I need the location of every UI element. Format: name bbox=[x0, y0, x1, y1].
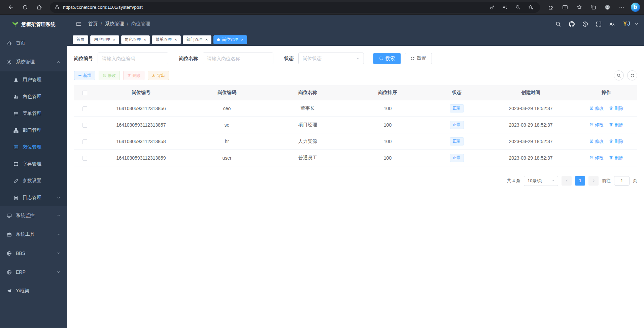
search-button[interactable]: 搜索 bbox=[373, 53, 401, 64]
browser-home-icon[interactable] bbox=[32, 1, 46, 13]
header-search-icon[interactable] bbox=[552, 18, 564, 30]
tab-post[interactable]: 岗位管理× bbox=[213, 35, 247, 44]
row-edit-link[interactable]: 修改 bbox=[589, 138, 604, 144]
sidebar-item-role[interactable]: 角色管理 bbox=[0, 88, 67, 105]
row-edit-link[interactable]: 修改 bbox=[589, 155, 604, 161]
url-text[interactable]: https://ccnetcore.com:1101/system/post bbox=[63, 5, 484, 10]
page-size-select[interactable]: 10条/页 bbox=[524, 176, 558, 186]
sidebar-toggle-icon[interactable] bbox=[73, 18, 85, 30]
edit-button[interactable]: 修改 bbox=[99, 71, 120, 80]
breadcrumb-item[interactable]: 系统管理 bbox=[105, 21, 124, 27]
help-icon[interactable] bbox=[579, 18, 591, 30]
collections-icon[interactable] bbox=[586, 1, 600, 13]
delete-button[interactable]: 删除 bbox=[123, 71, 144, 80]
tab-close-icon[interactable]: × bbox=[144, 37, 146, 42]
refresh-table-button[interactable] bbox=[627, 70, 637, 80]
row-checkbox[interactable] bbox=[82, 156, 87, 161]
breadcrumb-item[interactable]: 首页 bbox=[88, 21, 98, 27]
sidebar-item-user[interactable]: 用户管理 bbox=[0, 71, 67, 88]
password-key-icon[interactable] bbox=[487, 3, 497, 12]
sidebar-item-label: 首页 bbox=[16, 40, 25, 46]
row-edit-link[interactable]: 修改 bbox=[589, 122, 604, 128]
reset-button[interactable]: 重置 bbox=[405, 53, 432, 64]
user-avatar[interactable]: YJ bbox=[621, 19, 633, 29]
cell-post-sort: 100 bbox=[348, 100, 427, 117]
goto-page-input[interactable] bbox=[614, 176, 630, 186]
add-favorite-icon[interactable] bbox=[526, 3, 535, 12]
post-code-input[interactable] bbox=[98, 53, 168, 64]
sidebar-item-label: 日志管理 bbox=[23, 195, 41, 201]
breadcrumb-separator: / bbox=[127, 21, 128, 27]
table-row[interactable]: 1641030593112313859user普通员工100正常2023-03-… bbox=[74, 150, 637, 166]
row-delete-link[interactable]: 删除 bbox=[609, 105, 623, 111]
sidebar-item-yi[interactable]: Yi框架 bbox=[0, 282, 67, 300]
row-checkbox[interactable] bbox=[82, 123, 87, 128]
tab-label: 部门管理 bbox=[187, 37, 203, 42]
sidebar-item-log[interactable]: 日志管理 bbox=[0, 189, 67, 206]
tab-close-icon[interactable]: × bbox=[174, 37, 177, 42]
sidebar-item-bbs[interactable]: BBS bbox=[0, 244, 67, 263]
sidebar-item-dept[interactable]: 部门管理 bbox=[0, 122, 67, 139]
browser-menu-icon[interactable] bbox=[615, 1, 628, 13]
row-edit-link[interactable]: 修改 bbox=[589, 105, 604, 111]
extensions-icon[interactable] bbox=[544, 1, 557, 13]
download-icon bbox=[152, 74, 156, 77]
address-bar[interactable]: https://ccnetcore.com:1101/system/post bbox=[50, 2, 540, 13]
add-button[interactable]: 新增 bbox=[74, 71, 95, 80]
row-checkbox[interactable] bbox=[82, 106, 87, 111]
sidebar-item-erp[interactable]: ERP bbox=[0, 263, 67, 282]
row-delete-link[interactable]: 删除 bbox=[609, 155, 623, 161]
column-header: 岗位排序 bbox=[348, 85, 427, 100]
search-icon bbox=[379, 56, 383, 61]
back-icon[interactable] bbox=[4, 1, 18, 13]
favorites-icon[interactable] bbox=[572, 1, 586, 13]
sidebar-item-home[interactable]: 首页 bbox=[0, 34, 67, 53]
prev-page-button[interactable] bbox=[562, 176, 572, 186]
next-page-button[interactable] bbox=[588, 176, 599, 186]
sidebar-item-param[interactable]: 参数设置 bbox=[0, 172, 67, 189]
read-aloud-icon[interactable] bbox=[500, 3, 510, 12]
tab-close-icon[interactable]: × bbox=[113, 37, 115, 42]
tab-role[interactable]: 角色管理× bbox=[121, 35, 150, 44]
browser-refresh-icon[interactable] bbox=[18, 1, 32, 13]
bing-copilot-icon[interactable]: b bbox=[631, 3, 640, 12]
tab-menu[interactable]: 菜单管理× bbox=[152, 35, 181, 44]
fullscreen-icon[interactable] bbox=[593, 18, 604, 30]
user-menu-caret-icon[interactable] bbox=[635, 22, 639, 26]
status-select[interactable]: 岗位状态 bbox=[298, 53, 364, 64]
sidebar-item-menu[interactable]: 菜单管理 bbox=[0, 105, 67, 122]
browser-profile-icon[interactable] bbox=[601, 1, 614, 13]
sidebar-item-tools[interactable]: 系统工具 bbox=[0, 225, 67, 244]
sidebar-item-system[interactable]: 系统管理 bbox=[0, 53, 67, 71]
select-all-checkbox[interactable] bbox=[82, 91, 87, 95]
tab-dept[interactable]: 部门管理× bbox=[183, 35, 212, 44]
globe-icon bbox=[7, 270, 12, 275]
toggle-search-button[interactable] bbox=[614, 70, 624, 80]
sidebar-item-post[interactable]: 岗位管理 bbox=[0, 139, 67, 156]
row-checkbox[interactable] bbox=[82, 139, 87, 144]
table-row[interactable]: 1641030593112313858hr人力资源100正常2023-03-29… bbox=[74, 133, 637, 150]
post-name-input[interactable] bbox=[203, 53, 273, 64]
zoom-out-icon[interactable] bbox=[513, 3, 522, 12]
table-row[interactable]: 1641030593112313856ceo董事长100正常2023-03-29… bbox=[74, 100, 637, 117]
table-row[interactable]: 1641030593112313857se项目经理100正常2023-03-29… bbox=[74, 117, 637, 133]
edit-icon bbox=[103, 74, 106, 77]
status-badge: 正常 bbox=[450, 154, 464, 162]
github-icon[interactable] bbox=[566, 18, 577, 30]
split-screen-icon[interactable] bbox=[558, 1, 572, 13]
page-1-button[interactable]: 1 bbox=[575, 176, 585, 186]
sidebar-item-dict[interactable]: 字典管理 bbox=[0, 156, 67, 172]
tab-close-icon[interactable]: × bbox=[205, 37, 208, 42]
tab-close-icon[interactable]: × bbox=[241, 37, 243, 42]
row-delete-link[interactable]: 删除 bbox=[609, 138, 623, 144]
tab-label: 岗位管理 bbox=[222, 37, 238, 42]
edit-icon bbox=[589, 123, 594, 127]
list-icon bbox=[13, 111, 19, 116]
cell-created-time: 2023-03-29 18:52:37 bbox=[486, 133, 575, 150]
export-button[interactable]: 导出 bbox=[148, 71, 169, 80]
tab-home[interactable]: 首页 bbox=[73, 35, 88, 44]
tab-user[interactable]: 用户管理× bbox=[90, 35, 119, 44]
font-size-icon[interactable] bbox=[606, 18, 618, 30]
row-delete-link[interactable]: 删除 bbox=[609, 122, 623, 128]
sidebar-item-monitor[interactable]: 系统监控 bbox=[0, 206, 67, 225]
